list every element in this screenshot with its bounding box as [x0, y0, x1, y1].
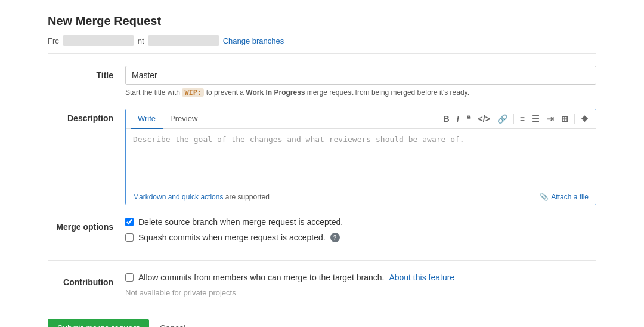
to-label: nt — [138, 36, 144, 45]
merge-options-label: Merge options — [48, 217, 125, 232]
description-content: Write Preview B I ❝ </> 🔗 ≡ ☰ ⇥ ⊞ — [125, 109, 596, 205]
editor-tabs: Write Preview B I ❝ </> 🔗 ≡ ☰ ⇥ ⊞ — [126, 109, 596, 129]
merge-option-1-label: Delete source branch when merge request … — [138, 217, 343, 227]
contribution-note: Not available for private projects — [125, 288, 596, 297]
title-row: Title Start the title with WIP: to preve… — [48, 66, 596, 97]
form-actions: Submit merge request Cancel — [48, 309, 596, 327]
title-content: Start the title with WIP: to prevent a W… — [125, 66, 596, 97]
about-feature-link[interactable]: About this feature — [389, 273, 454, 282]
hint-end: merge request from being merged before i… — [307, 88, 469, 97]
hint-suffix: to prevent a — [206, 88, 244, 97]
toolbar-table[interactable]: ⊞ — [559, 113, 571, 125]
editor-toolbar: B I ❝ </> 🔗 ≡ ☰ ⇥ ⊞ ❖ — [441, 113, 591, 125]
toolbar-fullscreen[interactable]: ❖ — [578, 113, 591, 125]
contribution-checkbox[interactable] — [125, 273, 134, 282]
hint-prefix: Start the title with — [125, 88, 180, 97]
toolbar-divider-2 — [574, 114, 575, 124]
contribution-content: Allow commits from members who can merge… — [125, 273, 596, 297]
supported-text: are supported — [225, 193, 270, 201]
attach-icon: 📎 — [540, 193, 549, 201]
attach-file-button[interactable]: 📎 Attach a file — [540, 193, 589, 201]
tab-write[interactable]: Write — [131, 109, 163, 129]
submit-merge-request-button[interactable]: Submit merge request — [48, 319, 149, 327]
description-editor: Write Preview B I ❝ </> 🔗 ≡ ☰ ⇥ ⊞ — [125, 109, 596, 205]
merge-options-content: Delete source branch when merge request … — [125, 217, 596, 248]
editor-placeholder: Describe the goal of the changes and wha… — [133, 135, 589, 144]
merge-option-2-checkbox[interactable] — [125, 233, 134, 242]
squash-help-icon[interactable]: ? — [330, 233, 340, 242]
cancel-button[interactable]: Cancel — [157, 319, 188, 327]
toolbar-indent[interactable]: ⇥ — [544, 113, 556, 125]
from-label: Frc — [48, 36, 59, 45]
attach-label: Attach a file — [551, 193, 589, 201]
markdown-support-text: Markdown and quick actions are supported — [133, 193, 270, 201]
from-branch-pill — [63, 35, 134, 46]
merge-option-2-label: Squash commits when merge request is acc… — [138, 233, 326, 242]
toolbar-code[interactable]: </> — [476, 113, 493, 125]
toolbar-bold[interactable]: B — [441, 113, 452, 125]
merge-option-1-row: Delete source branch when merge request … — [125, 217, 596, 227]
toolbar-quote[interactable]: ❝ — [464, 113, 473, 125]
to-branch-pill — [148, 35, 219, 46]
divider-top — [48, 53, 596, 54]
wip-badge: WIP: — [182, 88, 204, 97]
contribution-label: Contribution — [48, 273, 125, 287]
toolbar-link[interactable]: 🔗 — [495, 113, 510, 125]
markdown-link[interactable]: Markdown and quick actions — [133, 193, 223, 201]
toolbar-italic[interactable]: I — [454, 113, 462, 125]
toolbar-divider-1 — [513, 114, 514, 124]
contribution-checkbox-row: Allow commits from members who can merge… — [125, 273, 596, 282]
tab-preview[interactable]: Preview — [163, 109, 205, 129]
page-title: New Merge Request — [48, 14, 596, 28]
toolbar-list-ul[interactable]: ≡ — [518, 113, 527, 125]
branch-info: Frc nt Change branches — [48, 35, 596, 46]
merge-option-2-row: Squash commits when merge request is acc… — [125, 233, 596, 242]
contribution-row: Contribution Allow commits from members … — [48, 273, 596, 297]
description-row: Description Write Preview B I ❝ </> 🔗 ≡ … — [48, 109, 596, 205]
contribution-checkbox-label: Allow commits from members who can merge… — [138, 273, 384, 282]
title-label: Title — [48, 66, 125, 80]
toolbar-list-ol[interactable]: ☰ — [530, 113, 542, 125]
merge-options-row: Merge options Delete source branch when … — [48, 217, 596, 248]
hint-bold: Work In Progress — [246, 88, 305, 97]
description-label: Description — [48, 109, 125, 123]
divider-contribution — [48, 260, 596, 261]
title-input[interactable] — [125, 66, 596, 85]
editor-footer: Markdown and quick actions are supported… — [126, 189, 596, 205]
title-hint: Start the title with WIP: to prevent a W… — [125, 88, 596, 97]
editor-body[interactable]: Describe the goal of the changes and wha… — [126, 129, 596, 189]
merge-option-1-checkbox[interactable] — [125, 218, 134, 226]
change-branches-link[interactable]: Change branches — [223, 36, 284, 45]
